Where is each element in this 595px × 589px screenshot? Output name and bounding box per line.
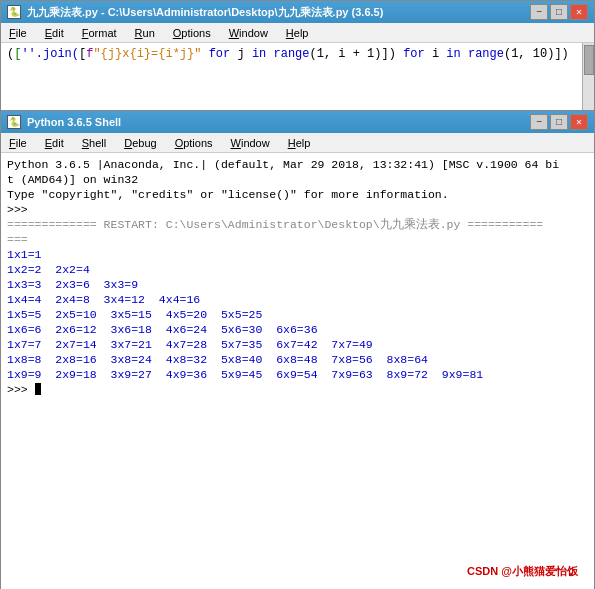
shell-output-3x: 1x3=3 2x3=6 3x3=9: [7, 277, 588, 292]
shell-titlebar: 🐍 Python 3.6.5 Shell − □ ✕: [1, 111, 594, 133]
code-editor[interactable]: ([''.join([f"{j}x{i}={i*j}" for j in ran…: [1, 43, 594, 110]
editor-menu-window[interactable]: Window: [225, 26, 272, 40]
editor-title: 九九乘法表.py - C:\Users\Administrator\Deskto…: [27, 5, 383, 20]
shell-title: Python 3.6.5 Shell: [27, 116, 121, 128]
editor-menu-file[interactable]: File: [5, 26, 31, 40]
watermark: CSDN @小熊猫爱怡饭: [467, 564, 578, 579]
editor-maximize-button[interactable]: □: [550, 4, 568, 20]
shell-line-1: Python 3.6.5 |Anaconda, Inc.| (default, …: [7, 157, 588, 172]
editor-titlebar: 🐍 九九乘法表.py - C:\Users\Administrator\Desk…: [1, 1, 594, 23]
shell-output-4x: 1x4=4 2x4=8 3x4=12 4x4=16: [7, 292, 588, 307]
editor-menu-run[interactable]: Run: [131, 26, 159, 40]
shell-output-6x: 1x6=6 2x6=12 3x6=18 4x6=24 5x6=30 6x6=36: [7, 322, 588, 337]
shell-icon: 🐍: [7, 115, 21, 129]
shell-menu-shell[interactable]: Shell: [78, 136, 110, 150]
shell-titlebar-left: 🐍 Python 3.6.5 Shell: [7, 115, 121, 129]
code-line-1: ([''.join([f"{j}x{i}={i*j}" for j in ran…: [7, 46, 588, 62]
shell-window: 🐍 Python 3.6.5 Shell − □ ✕ File Edit She…: [0, 110, 595, 589]
shell-line-2: t (AMD64)] on win32: [7, 172, 588, 187]
shell-menu-edit[interactable]: Edit: [41, 136, 68, 150]
shell-minimize-button[interactable]: −: [530, 114, 548, 130]
shell-maximize-button[interactable]: □: [550, 114, 568, 130]
shell-output-5x: 1x5=5 2x5=10 3x5=15 4x5=20 5x5=25: [7, 307, 588, 322]
shell-restart-line: ============= RESTART: C:\Users\Administ…: [7, 217, 588, 232]
editor-menu-help[interactable]: Help: [282, 26, 313, 40]
shell-menu-window[interactable]: Window: [227, 136, 274, 150]
shell-line-3: Type "copyright", "credits" or "license(…: [7, 187, 588, 202]
shell-menu-file[interactable]: File: [5, 136, 31, 150]
shell-output-1x1: 1x1=1: [7, 247, 588, 262]
shell-line-4: >>>: [7, 202, 588, 217]
shell-output-9x: 1x9=9 2x9=18 3x9=27 4x9=36 5x9=45 6x9=54…: [7, 367, 588, 382]
editor-menubar: File Edit Format Run Options Window Help: [1, 23, 594, 43]
editor-menu-format[interactable]: Format: [78, 26, 121, 40]
shell-output-7x: 1x7=7 2x7=14 3x7=21 4x7=28 5x7=35 6x7=42…: [7, 337, 588, 352]
editor-close-button[interactable]: ✕: [570, 4, 588, 20]
editor-window: 🐍 九九乘法表.py - C:\Users\Administrator\Desk…: [0, 0, 595, 110]
shell-prompt[interactable]: >>>: [7, 382, 588, 397]
shell-output-area[interactable]: Python 3.6.5 |Anaconda, Inc.| (default, …: [1, 153, 594, 589]
shell-output-2x: 1x2=2 2x2=4: [7, 262, 588, 277]
editor-menu-edit[interactable]: Edit: [41, 26, 68, 40]
editor-menu-options[interactable]: Options: [169, 26, 215, 40]
shell-menu-help[interactable]: Help: [284, 136, 315, 150]
editor-scrollbar[interactable]: [582, 43, 594, 110]
shell-titlebar-controls: − □ ✕: [530, 114, 588, 130]
editor-scrollbar-thumb[interactable]: [584, 45, 594, 75]
editor-icon: 🐍: [7, 5, 21, 19]
editor-minimize-button[interactable]: −: [530, 4, 548, 20]
editor-titlebar-left: 🐍 九九乘法表.py - C:\Users\Administrator\Desk…: [7, 5, 383, 20]
shell-output-8x: 1x8=8 2x8=16 3x8=24 4x8=32 5x8=40 6x8=48…: [7, 352, 588, 367]
shell-menu-debug[interactable]: Debug: [120, 136, 160, 150]
shell-close-button[interactable]: ✕: [570, 114, 588, 130]
editor-titlebar-controls: − □ ✕: [530, 4, 588, 20]
shell-restart-line2: ===: [7, 232, 588, 247]
shell-menu-options[interactable]: Options: [171, 136, 217, 150]
shell-menubar: File Edit Shell Debug Options Window Hel…: [1, 133, 594, 153]
